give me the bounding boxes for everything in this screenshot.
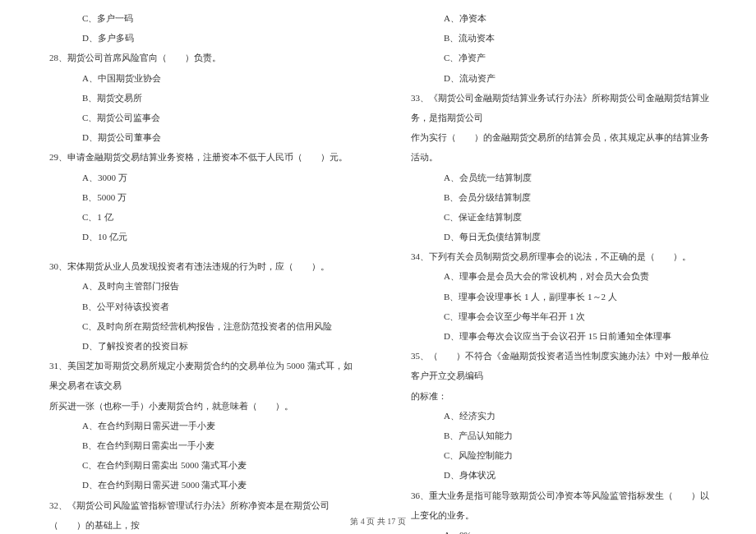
- page-footer: 第 4 页 共 17 页: [0, 516, 756, 527]
- q29-text: 29、申请金融期货交易结算业务资格，注册资本不低于人民币（ ）元。: [41, 147, 353, 167]
- q33-text2: 作为实行（ ）的金融期货交易所的结算会员，依其规定从事的结算业务活动。: [403, 127, 715, 167]
- q35-text2: 的标准：: [403, 386, 715, 406]
- q32-option-d: D、流动资产: [403, 68, 715, 88]
- q29-option-d: D、10 亿元: [41, 227, 353, 246]
- q30-text: 30、宋体期货从业人员发现投资者有违法违规的行为时，应（ ）。: [41, 256, 353, 276]
- q32-text: 32、《期货公司风险监管指标管理试行办法》所称净资本是在期货公司（ ）的基础上，…: [41, 495, 353, 535]
- q35-option-d: D、身体状况: [403, 465, 715, 485]
- q32-option-a: A、净资本: [403, 8, 715, 28]
- q35-option-c: C、风险控制能力: [403, 445, 715, 465]
- spacer: [41, 246, 353, 256]
- q31-option-a: A、在合约到期日需买进一手小麦: [41, 416, 353, 435]
- q30-option-b: B、公平对待该投资者: [41, 297, 353, 316]
- q31-text: 31、美国芝加哥期货交易所规定小麦期货合约的交易单位为 5000 蒲式耳，如果交…: [41, 356, 353, 395]
- q33-option-d: D、每日无负债结算制度: [403, 227, 715, 246]
- q29-option-c: C、1 亿: [41, 207, 353, 227]
- q29-option-a: A、3000 万: [41, 168, 353, 187]
- q34-option-d: D、理事会每次会议应当于会议召开 15 日前通知全体理事: [403, 326, 715, 346]
- q31-option-b: B、在合约到期日需卖出一手小麦: [41, 435, 353, 455]
- q29-option-b: B、5000 万: [41, 187, 353, 207]
- q30-option-a: A、及时向主管部门报告: [41, 276, 353, 296]
- q28-option-c: C、期货公司监事会: [41, 108, 353, 127]
- q31-option-c: C、在合约到期日需卖出 5000 蒲式耳小麦: [41, 455, 353, 475]
- q30-option-c: C、及时向所在期货经营机构报告，注意防范投资者的信用风险: [41, 316, 353, 336]
- q32-option-c: C、净资产: [403, 48, 715, 67]
- q35-option-b: B、产品认知能力: [403, 426, 715, 445]
- left-column: C、多户一码 D、多户多码 28、期货公司首席风险官向（ ）负责。 A、中国期货…: [16, 8, 378, 509]
- q31-option-d: D、在合约到期日需买进 5000 蒲式耳小麦: [41, 475, 353, 495]
- q33-option-c: C、保证金结算制度: [403, 207, 715, 227]
- q27-option-c: C、多户一码: [41, 8, 353, 28]
- q28-option-d: D、期货公司董事会: [41, 127, 353, 147]
- q33-option-a: A、会员统一结算制度: [403, 168, 715, 187]
- q33-text: 33、《期货公司金融期货结算业务试行办法》所称期货公司金融期货结算业务，是指期货…: [403, 88, 715, 127]
- q35-text: 35、（ ）不符合《金融期货投资者适当性制度实施办法》中对一般单位客户开立交易编…: [403, 346, 715, 385]
- q28-option-a: A、中国期货业协会: [41, 68, 353, 88]
- q34-option-a: A、理事会是会员大会的常设机构，对会员大会负责: [403, 266, 715, 286]
- q31-text2: 所买进一张（也称一手）小麦期货合约，就意味着（ ）。: [41, 396, 353, 416]
- q34-option-c: C、理事会会议至少每半年召开 1 次: [403, 306, 715, 326]
- q28-option-b: B、期货交易所: [41, 88, 353, 108]
- q32-option-b: B、流动资本: [403, 28, 715, 48]
- q35-option-a: A、经济实力: [403, 406, 715, 426]
- q34-option-b: B、理事会设理事长 1 人，副理事长 1～2 人: [403, 287, 715, 306]
- q27-option-d: D、多户多码: [41, 28, 353, 48]
- q30-option-d: D、了解投资者的投资目标: [41, 336, 353, 356]
- right-column: A、净资本 B、流动资本 C、净资产 D、流动资产 33、《期货公司金融期货结算…: [378, 8, 740, 509]
- q33-option-b: B、会员分级结算制度: [403, 187, 715, 207]
- page-container: C、多户一码 D、多户多码 28、期货公司首席风险官向（ ）负责。 A、中国期货…: [0, 0, 756, 509]
- q28-text: 28、期货公司首席风险官向（ ）负责。: [41, 48, 353, 67]
- q34-text: 34、下列有关会员制期货交易所理事会的说法，不正确的是（ ）。: [403, 246, 715, 266]
